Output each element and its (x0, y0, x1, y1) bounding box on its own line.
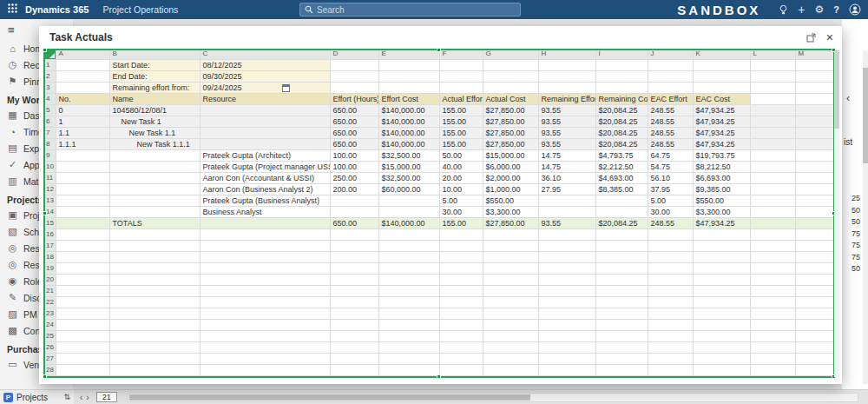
sheet-cell[interactable] (483, 365, 538, 376)
sheet-cell[interactable] (439, 297, 483, 308)
sheet-cell[interactable] (750, 83, 795, 94)
sheet-cell[interactable]: $47,934.25 (693, 128, 750, 139)
sheet-cell[interactable] (795, 308, 833, 320)
select-all-corner[interactable] (43, 49, 56, 60)
sheet-nav-right-icon[interactable]: › (86, 393, 89, 402)
sheet-cell[interactable] (439, 365, 483, 376)
sheet-cell[interactable] (483, 308, 538, 320)
sheet-cell[interactable] (750, 105, 795, 116)
sheet-cell[interactable] (200, 252, 330, 263)
sheet-cell[interactable]: $60,000.00 (378, 184, 439, 195)
sheet-cell[interactable] (200, 139, 330, 150)
sheet-cell[interactable]: 5.00 (439, 195, 483, 207)
sheet-cell[interactable] (750, 342, 795, 354)
sheet-cell[interactable] (795, 71, 833, 83)
sheet-cell[interactable] (56, 342, 109, 354)
sheet-cell[interactable]: 10.00 (439, 184, 483, 195)
sheet-cell[interactable] (56, 275, 109, 286)
sheet-cell[interactable] (439, 60, 483, 71)
sheet-cell[interactable] (483, 71, 538, 83)
sheet-cell[interactable] (109, 342, 200, 354)
sheet-cell[interactable] (538, 195, 595, 207)
sheet-cell[interactable]: Business Analyst (200, 207, 330, 218)
row-header[interactable]: 5 (43, 105, 56, 116)
sheet-cell[interactable] (330, 241, 378, 252)
sheet-cell[interactable]: 248.55 (648, 116, 693, 128)
sheet-cell[interactable]: 50.00 (439, 150, 483, 162)
sheet-cell[interactable]: EAC Cost (693, 94, 750, 105)
sheet-cell[interactable] (595, 365, 648, 376)
sheet-cell[interactable] (483, 342, 538, 354)
sheet-cell[interactable] (595, 320, 648, 331)
sheet-cell[interactable] (750, 116, 795, 128)
sheet-cell[interactable] (483, 286, 538, 297)
sheet-cell[interactable] (439, 354, 483, 365)
sheet-cell[interactable]: $1,000.00 (483, 184, 538, 195)
sheet-cell[interactable] (750, 275, 795, 286)
sheet-cell[interactable] (439, 83, 483, 94)
sheet-cell[interactable] (378, 308, 439, 320)
scrollbar-thumb[interactable] (834, 50, 839, 129)
sheet-cell[interactable] (378, 195, 439, 207)
sheet-cell[interactable]: 5.00 (648, 195, 693, 207)
sheet-cell[interactable] (56, 252, 109, 263)
sheet-cell[interactable] (109, 297, 200, 308)
sheet-cell[interactable] (200, 218, 330, 229)
sheet-cell[interactable]: No. (56, 94, 109, 105)
sheet-cell[interactable] (330, 365, 378, 376)
sheet-cell[interactable] (693, 275, 750, 286)
sheet-cell[interactable] (595, 297, 648, 308)
sheet-cell[interactable] (750, 308, 795, 320)
sheet-cell[interactable] (330, 195, 378, 207)
sheet-cell[interactable]: 30.00 (648, 207, 693, 218)
sheet-cell[interactable] (439, 331, 483, 342)
sheet-cell[interactable]: Effort Cost (378, 94, 439, 105)
sheet-cell[interactable] (538, 60, 595, 71)
row-header[interactable]: 23 (43, 308, 56, 320)
sheet-cell[interactable] (56, 162, 109, 173)
sheet-cell[interactable] (200, 229, 330, 241)
sheet-cell[interactable] (538, 263, 595, 275)
sheet-cell[interactable]: 0 (56, 105, 109, 116)
sheet-cell[interactable] (109, 286, 200, 297)
sheet-cell[interactable] (330, 275, 378, 286)
sheet-cell[interactable] (378, 229, 439, 241)
sheet-cell[interactable] (795, 128, 833, 139)
column-header-D[interactable]: D (330, 49, 378, 60)
sheet-cell[interactable] (330, 354, 378, 365)
sheet-cell[interactable] (648, 83, 693, 94)
sheet-cell[interactable] (439, 263, 483, 275)
sheet-cell[interactable] (693, 308, 750, 320)
sheet-cell[interactable] (648, 365, 693, 376)
sheet-cell[interactable] (378, 83, 439, 94)
sheet-cell[interactable] (56, 331, 109, 342)
sheet-cell[interactable] (439, 320, 483, 331)
sheet-cell[interactable] (595, 342, 648, 354)
sheet-cell[interactable] (795, 83, 833, 94)
sheet-cell[interactable]: $2,000.00 (483, 173, 538, 184)
sheet-cell[interactable]: $8,385.00 (595, 184, 648, 195)
sheet-cell[interactable]: $19,793.75 (693, 150, 750, 162)
sheet-cell[interactable]: 100.00 (330, 150, 378, 162)
sheet-cell[interactable]: 155.00 (439, 218, 483, 229)
sheet-cell[interactable] (109, 263, 200, 275)
sheet-cell[interactable]: 09/24/2025 (200, 83, 330, 94)
sheet-cell[interactable] (200, 105, 330, 116)
sheet-cell[interactable]: Prateek Gupta (Architect) (200, 150, 330, 162)
sheet-cell[interactable] (648, 263, 693, 275)
sheet-cell[interactable] (330, 320, 378, 331)
sheet-cell[interactable] (538, 365, 595, 376)
row-header[interactable]: 6 (43, 116, 56, 128)
sheet-cell[interactable] (378, 241, 439, 252)
sheet-cell[interactable] (648, 60, 693, 71)
sheet-cell[interactable] (795, 342, 833, 354)
sheet-cell[interactable] (795, 263, 833, 275)
sheet-cell[interactable]: Actual Cost (483, 94, 538, 105)
sheet-cell[interactable]: 08/12/2025 (200, 60, 330, 71)
sheet-cell[interactable]: $47,934.25 (693, 116, 750, 128)
sheet-cell[interactable] (330, 286, 378, 297)
sheet-cell[interactable] (483, 252, 538, 263)
sheet-cell[interactable]: 1 (56, 116, 109, 128)
sheet-cell[interactable]: 93.55 (538, 128, 595, 139)
sheet-cell[interactable]: 650.00 (330, 218, 378, 229)
